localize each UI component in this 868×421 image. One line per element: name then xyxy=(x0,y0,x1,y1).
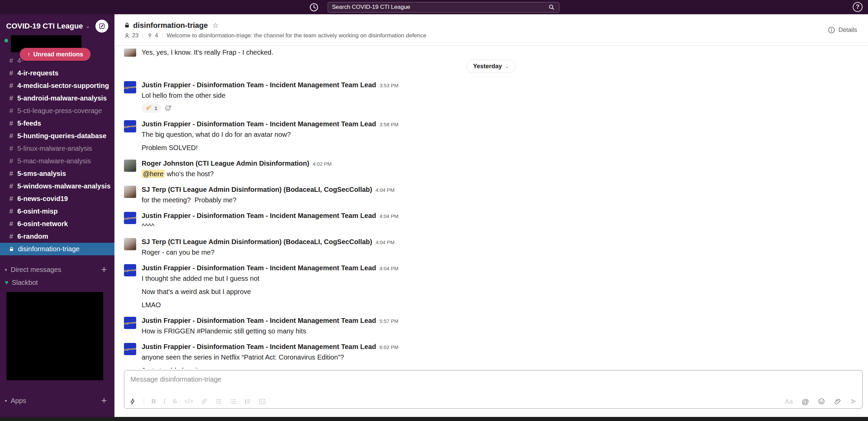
message-timestamp[interactable]: 3:58 PM xyxy=(379,122,398,127)
avatar[interactable]: Disinformation xyxy=(124,264,136,276)
channel-label: 5-cti-league-press-coverage xyxy=(17,107,102,115)
add-app-button[interactable]: + xyxy=(101,396,107,406)
message: DisinformationJustin Frappier - Disinfor… xyxy=(124,212,858,231)
avatar[interactable] xyxy=(124,49,136,57)
search-icon[interactable] xyxy=(548,4,555,11)
message-author[interactable]: SJ Terp (CTI League Admin Disinformation… xyxy=(142,238,372,246)
sidebar-item-5-mac-malware-analysis[interactable]: #5-mac-malware-analysis xyxy=(0,155,114,167)
channel-topic[interactable]: Welcome to disinformation-triage: the ch… xyxy=(166,32,426,39)
message-author[interactable]: Justin Frappier - Disinformation Team - … xyxy=(142,343,376,351)
message-author[interactable]: Roger Johnston (CTI League Admin Disinfo… xyxy=(142,160,309,167)
compose-button[interactable] xyxy=(95,20,108,33)
mention-here[interactable]: @here xyxy=(142,170,165,178)
avatar[interactable] xyxy=(124,238,136,250)
italic-icon[interactable]: I xyxy=(163,398,165,404)
message-author[interactable]: Justin Frappier - Disinformation Team - … xyxy=(142,120,376,128)
channel-title[interactable]: disinformation-triage xyxy=(133,21,208,30)
quote-icon[interactable] xyxy=(244,398,251,405)
message-text: Roger - can you be me? xyxy=(142,248,395,257)
sidebar-item-5-hunting-queries-database[interactable]: #5-hunting-queries-database xyxy=(0,130,114,142)
message-timestamp[interactable]: 6:02 PM xyxy=(379,344,398,350)
mention-icon[interactable]: @ xyxy=(802,398,809,405)
message-timestamp[interactable]: 4:02 PM xyxy=(313,161,332,167)
send-icon[interactable] xyxy=(850,398,857,405)
member-count[interactable]: 23 xyxy=(124,32,139,39)
avatar[interactable] xyxy=(124,160,136,172)
section-direct-messages[interactable]: ▾ Direct messages + xyxy=(0,263,114,276)
hash-icon: # xyxy=(9,107,14,115)
message-timestamp[interactable]: 5:57 PM xyxy=(379,318,398,324)
presence-active-icon xyxy=(4,39,8,42)
sidebar-item-6-osint-misp[interactable]: #6-osint-misp xyxy=(0,205,114,218)
sidebar-item-4-medical-sector-supporting[interactable]: #4-medical-sector-supporting xyxy=(0,79,114,92)
message-timestamp[interactable]: 4:04 PM xyxy=(376,187,395,193)
link-icon[interactable] xyxy=(201,398,207,405)
emoji-icon[interactable] xyxy=(818,398,825,405)
details-button[interactable]: Details xyxy=(826,26,859,34)
help-icon[interactable]: ? xyxy=(853,2,863,12)
redacted-dm-list[interactable] xyxy=(6,292,103,380)
message-timestamp[interactable]: 3:53 PM xyxy=(379,83,398,88)
channel-label: 5-android-malware-analysis xyxy=(17,94,107,102)
bullet-list-icon[interactable] xyxy=(230,398,237,405)
section-apps[interactable]: ▾ Apps + xyxy=(0,395,114,407)
bolt-icon[interactable] xyxy=(129,398,136,405)
sidebar-item-5-linux-malware-analysis[interactable]: #5-linux-malware-analysis xyxy=(0,142,114,155)
message: DisinformationJustin Frappier - Disinfor… xyxy=(124,81,858,113)
sidebar-item-disinformation-triage[interactable]: disinformation-triage xyxy=(0,243,114,255)
sidebar-item-6-osint-network[interactable]: #6-osint-network xyxy=(0,218,114,230)
history-clock-icon[interactable] xyxy=(309,2,319,12)
code-icon[interactable]: </> xyxy=(184,398,193,404)
sidebar: COVID-19 CTI League ⌄ #4-#4-ir-requests#… xyxy=(0,14,114,417)
sidebar-item-5-feeds[interactable]: #5-feeds xyxy=(0,117,114,130)
channel-label: 6-osint-misp xyxy=(17,207,58,215)
avatar[interactable]: Disinformation xyxy=(124,343,136,355)
message-timestamp[interactable]: 4:04 PM xyxy=(379,213,398,219)
unread-mentions-button[interactable]: ↑ Unread mentions xyxy=(20,48,91,61)
workspace-menu[interactable]: COVID-19 CTI League ⌄ xyxy=(6,22,90,31)
sidebar-item-5-sms-analysis[interactable]: #5-sms-analysis xyxy=(0,167,114,180)
message-timestamp[interactable]: 4:04 PM xyxy=(379,266,398,271)
avatar[interactable]: Disinformation xyxy=(124,120,136,132)
sidebar-item-5-android-malware-analysis[interactable]: #5-android-malware-analysis xyxy=(0,92,114,105)
sidebar-item-6-news-covid19[interactable]: #6-news-covid19 xyxy=(0,193,114,205)
hash-icon: # xyxy=(9,207,14,215)
format-icon[interactable]: Aa xyxy=(785,398,793,405)
avatar[interactable]: Disinformation xyxy=(124,212,136,224)
message-text: LMAO xyxy=(142,300,398,309)
chevron-down-icon: ⌄ xyxy=(86,23,90,29)
sidebar-item-6-random[interactable]: #6-random xyxy=(0,230,114,243)
avatar[interactable]: Disinformation xyxy=(124,317,136,329)
bold-icon[interactable]: B xyxy=(151,398,156,404)
sidebar-item-5-windows-malware-analysis[interactable]: #5-windows-malware-analysis xyxy=(0,180,114,193)
message-author[interactable]: Justin Frappier - Disinformation Team - … xyxy=(142,264,376,272)
message-author[interactable]: Justin Frappier - Disinformation Team - … xyxy=(142,212,376,220)
add-reaction-button[interactable] xyxy=(164,104,172,112)
message-author[interactable]: Justin Frappier - Disinformation Team - … xyxy=(142,81,376,89)
sidebar-item-5-cti-league-press-coverage[interactable]: #5-cti-league-press-coverage xyxy=(0,105,114,117)
person-icon xyxy=(124,33,130,39)
message-input[interactable]: Message disinformation-triage xyxy=(124,370,862,396)
message-author[interactable]: Justin Frappier - Disinformation Team - … xyxy=(142,317,376,325)
add-dm-button[interactable]: + xyxy=(101,264,107,275)
search-input[interactable]: Search COVID-19 CTI League xyxy=(328,2,559,13)
dm-slackbot[interactable]: ♥ Slackbot xyxy=(0,276,114,289)
strike-icon[interactable]: S xyxy=(173,398,177,404)
pin-count[interactable]: 4 xyxy=(147,32,158,39)
avatar[interactable]: Disinformation xyxy=(124,81,136,93)
date-pill[interactable]: Yesterday⌄ xyxy=(466,60,516,73)
message-timestamp[interactable]: 4:04 PM xyxy=(376,239,395,245)
toolbar-divider xyxy=(144,398,144,405)
channel-label: 4-ir-requests xyxy=(17,69,58,77)
composer-placeholder: Message disinformation-triage xyxy=(130,376,221,383)
sidebar-item-4-ir-requests[interactable]: #4-ir-requests xyxy=(0,67,114,79)
hash-icon: # xyxy=(9,170,14,178)
code-block-icon[interactable] xyxy=(259,398,266,405)
ordered-list-icon[interactable] xyxy=(215,398,222,405)
avatar[interactable] xyxy=(124,186,136,198)
paperclip-icon[interactable] xyxy=(834,398,841,405)
star-channel-icon[interactable]: ☆ xyxy=(212,21,219,30)
reaction-chip[interactable]: 1 xyxy=(142,103,161,113)
hash-icon: # xyxy=(9,69,14,77)
message-author[interactable]: SJ Terp (CTI League Admin Disinformation… xyxy=(142,186,372,194)
